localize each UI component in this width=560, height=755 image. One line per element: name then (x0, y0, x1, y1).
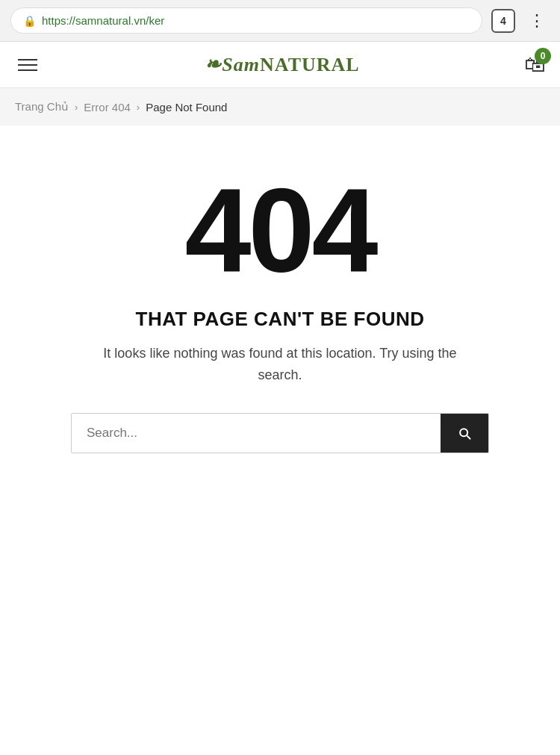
hamburger-menu-button[interactable] (15, 56, 40, 74)
error-title: THAT PAGE CAN'T BE FOUND (22, 308, 538, 331)
error-page-content: 404 THAT PAGE CAN'T BE FOUND It looks li… (0, 125, 560, 483)
logo-text: ❧Samnatural (205, 53, 359, 76)
breadcrumb-current: Page Not Found (146, 101, 227, 114)
url-text: https://samnatural.vn/ker (42, 14, 164, 27)
hamburger-line (18, 59, 37, 60)
breadcrumb-sep-2: › (137, 102, 140, 113)
hamburger-line (18, 64, 37, 66)
more-menu-button[interactable]: ⋮ (524, 8, 550, 34)
search-input[interactable] (72, 414, 441, 453)
breadcrumb: Trang Chủ › Error 404 › Page Not Found (0, 88, 560, 125)
cart-badge: 0 (535, 48, 551, 64)
cart-button[interactable]: 🛍 0 (524, 52, 545, 77)
error-description: It looks like nothing was found at this … (93, 343, 467, 386)
url-bar[interactable]: 🔒 https://samnatural.vn/ker (10, 7, 482, 34)
lock-icon: 🔒 (23, 15, 36, 27)
breadcrumb-error[interactable]: Error 404 (84, 101, 131, 114)
site-logo[interactable]: ❧Samnatural (205, 53, 359, 76)
site-header: ❧Samnatural 🛍 0 (0, 42, 560, 88)
search-form (71, 413, 489, 453)
breadcrumb-sep-1: › (75, 102, 78, 113)
browser-chrome: 🔒 https://samnatural.vn/ker 4 ⋮ (0, 0, 560, 42)
hamburger-line (18, 69, 37, 71)
search-icon (457, 426, 472, 441)
error-code: 404 (22, 170, 538, 290)
tab-count[interactable]: 4 (491, 9, 515, 33)
breadcrumb-home[interactable]: Trang Chủ (15, 100, 69, 114)
search-button[interactable] (441, 414, 488, 453)
